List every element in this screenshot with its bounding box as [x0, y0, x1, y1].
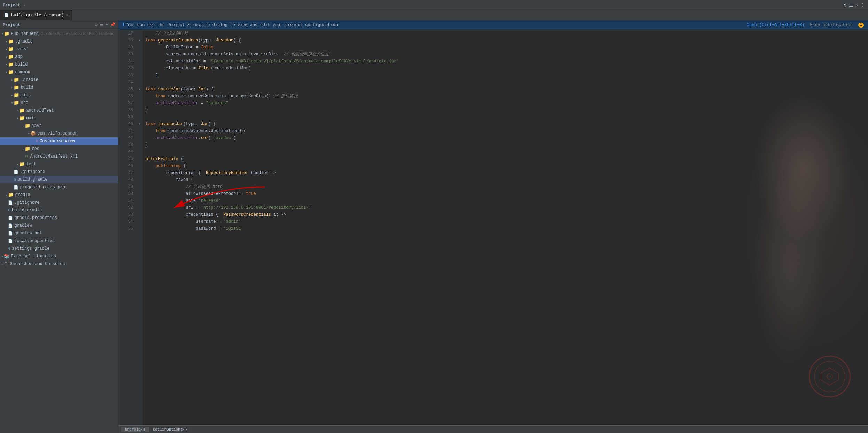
chevron-down-icon[interactable]: ▾	[23, 3, 25, 7]
line-number: 41	[118, 128, 133, 135]
sidebar-collapse-icon[interactable]: −	[106, 22, 108, 28]
tree-item-package[interactable]: ▾ 📦 com.viifo.common	[0, 130, 118, 137]
tree-item-label: build	[21, 85, 33, 90]
tree-item-gradlew[interactable]: ▸ 📄 gradlew	[0, 222, 118, 229]
bottom-tabs: android{} kotlinOptions{}	[121, 427, 191, 432]
chevron-icon: ▾	[1, 32, 3, 36]
chevron-icon: ▸	[6, 193, 7, 197]
line-number: 39	[118, 114, 133, 121]
tree-item-customtextview[interactable]: ▸ K CustomTextView	[0, 137, 118, 145]
gutter-item[interactable]: ▾	[136, 37, 143, 44]
code-token: repositories	[146, 169, 196, 176]
tree-item-gitignore1[interactable]: ▸ 📄 .gitignore	[0, 168, 118, 176]
code-line: }	[146, 142, 868, 149]
tree-item-build1[interactable]: ▸ 📁 build	[0, 61, 118, 68]
code-token: ) {	[208, 121, 216, 128]
open-project-structure-button[interactable]: Open (Ctrl+Alt+Shift+S)	[747, 23, 805, 28]
folder-icon: 📁	[25, 123, 30, 129]
tree-item-label: .gradle	[21, 77, 38, 82]
bottom-tab-android[interactable]: android{}	[121, 427, 149, 432]
code-token: =	[203, 58, 208, 65]
code-token: =	[196, 44, 201, 51]
tree-item-proguard[interactable]: ▸ 📄 proguard-rules.pro	[0, 183, 118, 191]
tree-item-local-props[interactable]: ▸ 📄 local.properties	[0, 237, 118, 245]
sidebar-gear-icon[interactable]: ⚙	[95, 22, 98, 28]
code-line: from android.sourceSets.main.java.getSrc…	[146, 93, 868, 100]
code-token: sourceJar	[158, 86, 181, 93]
code-line: }	[146, 107, 868, 114]
tree-item-manifest[interactable]: ▸ 🗋 AndroidManifest.xml	[0, 153, 118, 160]
code-token: 'http://192.168.0.105:8081/repository/li…	[201, 204, 311, 211]
tree-item-idea[interactable]: ▸ 📁 .idea	[0, 45, 118, 53]
tree-item-gradle-props[interactable]: ▸ 📄 gradle.properties	[0, 214, 118, 222]
line-number: 44	[118, 149, 133, 155]
tree-item-build2[interactable]: ▸ 📁 build	[0, 84, 118, 91]
tree-item-java[interactable]: ▾ 📁 java	[0, 122, 118, 130]
line-number: 37	[118, 100, 133, 107]
tree-item-build-gradle2[interactable]: ▸ G build.gradle	[0, 206, 118, 214]
tree-item-label: External Libraries	[11, 254, 56, 259]
gutter-item	[136, 30, 143, 37]
tree-item-app[interactable]: ▸ 📁 app	[0, 53, 118, 61]
tree-item-label: androidTest	[26, 108, 54, 113]
code-token: from	[146, 128, 168, 135]
tree-item-build-gradle1[interactable]: ▸ G build.gradle	[0, 176, 118, 183]
line-number: 43	[118, 142, 133, 149]
tree-item-test[interactable]: ▸ 📁 test	[0, 160, 118, 168]
code-editor[interactable]: 2728293031323334353637383940414243444546…	[118, 30, 868, 425]
gutter-item	[136, 183, 143, 190]
code-token: type	[183, 86, 193, 93]
tree-item-publishdemo[interactable]: ▾ 📁 PublishDemo C:\WorkSpace\Android\Pub…	[0, 30, 118, 38]
chevron-icon: ▸	[22, 147, 24, 151]
settings-icon[interactable]: ⚡	[855, 2, 858, 8]
code-token: // 设置源码所在的位置	[284, 51, 329, 58]
tree-item-androidtest[interactable]: ▸ 📁 androidTest	[0, 107, 118, 114]
tree-item-gitignore2[interactable]: ▸ 📄 .gitignore	[0, 199, 118, 206]
top-toolbar: Project ▾ ⚙ ☰ ⚡ ⋮	[0, 0, 868, 10]
code-token: ')	[231, 135, 236, 142]
gutter-item[interactable]: ▾	[136, 86, 143, 93]
gutter-item	[136, 169, 143, 176]
chevron-icon: ▾	[17, 116, 18, 120]
editor-area: ℹ You can use the Project Structure dial…	[118, 20, 868, 433]
code-token: "sources"	[206, 100, 228, 107]
code-token: task	[146, 86, 158, 93]
code-token: // 允许使用 http	[146, 183, 223, 190]
code-token: Jar	[201, 121, 208, 128]
scratches-icon: 🗒	[4, 261, 8, 267]
code-token: (	[183, 121, 186, 128]
code-token: ->	[279, 211, 286, 218]
chevron-icon: ▾	[6, 70, 7, 74]
sidebar-pin-icon[interactable]: 📌	[110, 22, 115, 28]
tree-item-label: app	[15, 54, 23, 59]
tree-item-label: java	[32, 123, 42, 128]
tab-build-gradle[interactable]: 📄 build.gradle (common) ✕	[0, 10, 72, 20]
tab-close-icon[interactable]: ✕	[66, 13, 68, 17]
tree-item-settings-gradle[interactable]: ▸ G settings.gradle	[0, 245, 118, 252]
list-icon[interactable]: ☰	[849, 2, 853, 8]
bottom-tab-kotlin[interactable]: kotlinOptions{}	[149, 427, 191, 432]
code-content[interactable]: // 生成文档注释task generateJavadocs(type: Jav…	[143, 30, 868, 425]
tree-item-gradle1[interactable]: ▸ 📁 .gradle	[0, 38, 118, 45]
tree-item-res[interactable]: ▸ 📁 res	[0, 145, 118, 153]
tree-item-src[interactable]: ▾ 📁 src	[0, 99, 118, 107]
more-icon[interactable]: ⋮	[860, 2, 865, 8]
tree-item-ext-lib[interactable]: ▸ 📚 External Libraries	[0, 252, 118, 260]
tree-item-gradlew-bat[interactable]: ▸ 📄 gradlew.bat	[0, 229, 118, 237]
sidebar-layout-icon[interactable]: ☰	[100, 22, 103, 28]
code-token: =	[183, 51, 188, 58]
hide-notification-button[interactable]: Hide notification	[810, 23, 853, 28]
tree-item-libs[interactable]: ▸ 📁 libs	[0, 91, 118, 99]
tree-item-gradle-dir[interactable]: ▸ 📁 gradle	[0, 191, 118, 199]
tree-item-main[interactable]: ▾ 📁 main	[0, 114, 118, 122]
code-token: :	[196, 121, 201, 128]
gutter-item	[136, 162, 143, 169]
code-token: android.sourceSets.main.java.getSrcDirs	[168, 93, 266, 100]
gutter-item	[136, 142, 143, 149]
tree-item-scratches[interactable]: ▸ 🗒 Scratches and Consoles	[0, 260, 118, 268]
tree-item-gradle2[interactable]: ▸ 📁 .gradle	[0, 76, 118, 84]
tree-item-common[interactable]: ▾ 📁 common	[0, 68, 118, 76]
gutter-item[interactable]: ▾	[136, 121, 143, 128]
code-token: ext.androidJar	[146, 58, 203, 65]
gear-icon[interactable]: ⚙	[844, 2, 846, 8]
